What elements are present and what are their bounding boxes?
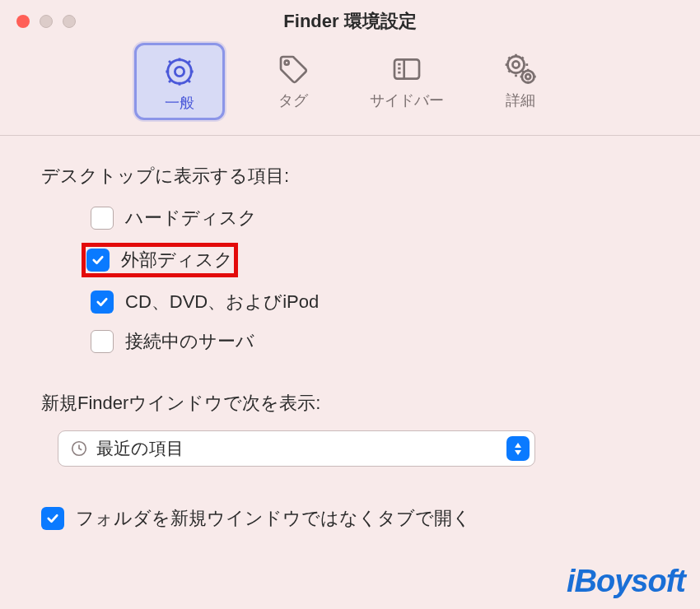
checkbox-external-disks[interactable] xyxy=(86,249,110,272)
select-chevron-icon xyxy=(506,436,530,461)
tab-label: タグ xyxy=(278,91,308,110)
tag-icon xyxy=(275,51,311,87)
tab-advanced[interactable]: 詳細 xyxy=(475,43,566,120)
svg-point-11 xyxy=(522,71,534,83)
preferences-window: Finder 環境設定 一般 タグ xyxy=(0,0,700,609)
checkbox-row-external-disks[interactable]: 外部ディスク xyxy=(82,243,238,277)
toolbar: 一般 タグ サイドバー xyxy=(0,33,700,136)
checkbox-open-in-tabs[interactable] xyxy=(41,507,64,530)
traffic-lights xyxy=(16,15,76,28)
content-area: デスクトップに表示する項目: ハードディスク 外部ディスク CD、DVD、および… xyxy=(0,136,700,547)
tabs-checkbox-row[interactable]: フォルダを新規ウインドウではなくタブで開く xyxy=(41,506,659,531)
watermark: iBoysoft xyxy=(567,564,685,599)
tab-general[interactable]: 一般 xyxy=(134,43,225,120)
checkbox-cd-dvd-ipod[interactable] xyxy=(91,291,114,314)
zoom-button[interactable] xyxy=(63,15,76,28)
tab-label: 詳細 xyxy=(506,91,535,110)
new-window-select[interactable]: 最近の項目 xyxy=(58,430,535,467)
checkbox-row-hard-disks[interactable]: ハードディスク xyxy=(86,203,659,233)
checkbox-label: ハードディスク xyxy=(125,206,257,230)
sidebar-icon xyxy=(389,51,425,87)
checkbox-row-cd-dvd-ipod[interactable]: CD、DVD、およびiPod xyxy=(86,287,659,317)
checkbox-hard-disks[interactable] xyxy=(91,207,114,230)
svg-marker-13 xyxy=(515,443,521,448)
checkbox-label: 接続中のサーバ xyxy=(125,329,254,354)
svg-point-9 xyxy=(507,56,524,72)
checkbox-row-connected-servers[interactable]: 接続中のサーバ xyxy=(86,327,659,356)
tab-tags[interactable]: タグ xyxy=(248,43,338,120)
checkbox-label: フォルダを新規ウインドウではなくタブで開く xyxy=(76,506,471,531)
window-title: Finder 環境設定 xyxy=(13,9,687,34)
new-window-section: 新規Finderウインドウで次を表示: 最近の項目 xyxy=(41,391,659,467)
gears-icon xyxy=(502,51,539,87)
svg-marker-14 xyxy=(515,450,521,455)
checkbox-label: CD、DVD、およびiPod xyxy=(125,290,319,314)
desktop-items-heading: デスクトップに表示する項目: xyxy=(41,164,659,188)
clock-icon xyxy=(70,439,88,458)
svg-point-1 xyxy=(168,60,192,84)
new-window-heading: 新規Finderウインドウで次を表示: xyxy=(41,391,659,416)
svg-point-2 xyxy=(285,61,289,65)
tab-label: サイドバー xyxy=(370,91,444,110)
titlebar: Finder 環境設定 xyxy=(0,0,700,33)
minimize-button[interactable] xyxy=(40,15,53,28)
tab-sidebar[interactable]: サイドバー xyxy=(362,43,452,120)
close-button[interactable] xyxy=(16,15,30,28)
svg-point-8 xyxy=(512,61,519,67)
tab-label: 一般 xyxy=(165,93,194,113)
svg-point-0 xyxy=(175,67,184,76)
gear-icon xyxy=(161,53,198,90)
checkbox-label: 外部ディスク xyxy=(121,248,233,272)
svg-point-10 xyxy=(525,74,530,79)
select-value: 最近の項目 xyxy=(96,437,506,460)
checkbox-connected-servers[interactable] xyxy=(91,330,114,353)
